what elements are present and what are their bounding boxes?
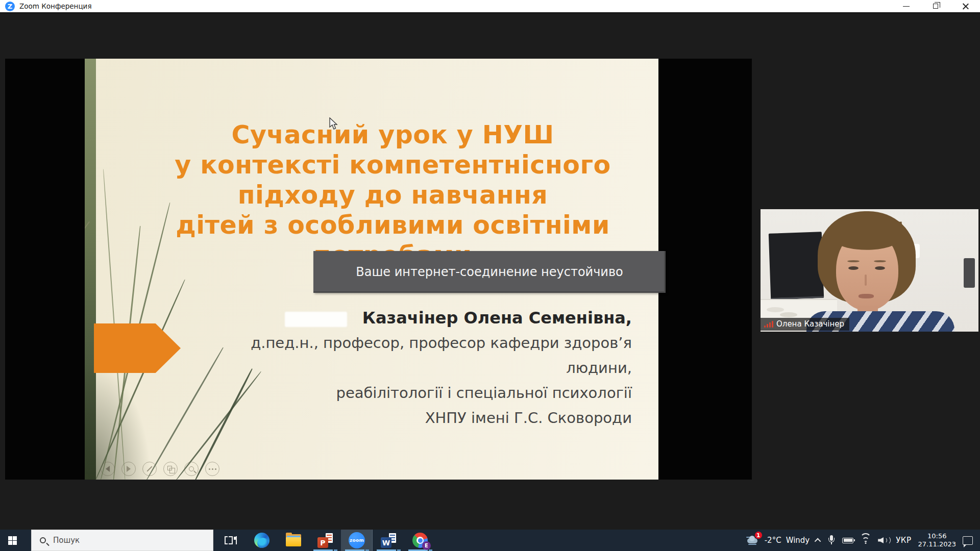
slide-title-line: підходу до навчання [133, 180, 652, 210]
participant-eyebrow [874, 260, 886, 262]
start-button[interactable] [0, 530, 24, 551]
slideshow-toolbar [101, 462, 219, 476]
taskbar-app-powerpoint[interactable]: P [309, 530, 341, 551]
language-indicator[interactable]: УКР [896, 536, 911, 545]
signal-strength-icon [764, 321, 773, 328]
author-university: ХНПУ імені Г.С. Сковороди [193, 406, 632, 431]
taskbar-app-edge[interactable] [246, 530, 278, 551]
previous-icon [103, 466, 110, 472]
taskbar-apps: P zoom W E [246, 530, 436, 551]
file-explorer-icon [286, 534, 301, 546]
slides-grid-icon [167, 466, 172, 470]
participant-video-tile[interactable]: Олена Казачінер [761, 209, 978, 332]
windows-taskbar: P zoom W E 1 -2°C [0, 530, 980, 551]
participant-eye [875, 266, 885, 270]
taskbar-app-zoom[interactable]: zoom [341, 530, 373, 551]
connection-warning-toast: Ваше интернет-соединение неустойчиво [313, 251, 666, 293]
zoom-icon: zoom [349, 532, 365, 548]
search-icon [40, 537, 46, 543]
weather-condition: Windy [786, 536, 810, 545]
close-icon [962, 3, 969, 10]
slide-author-block: Казачінер Олена Семенівна, д.пед.н., про… [193, 306, 632, 431]
zoom-slide-button[interactable] [184, 462, 199, 476]
author-degree: д.пед.н., професор, професор кафедри здо… [193, 331, 632, 381]
volume-icon[interactable] [878, 536, 889, 544]
wifi-icon[interactable] [860, 536, 871, 544]
microphone-icon[interactable] [827, 535, 836, 545]
taskbar-clock[interactable]: 10:56 27.11.2023 [918, 532, 956, 548]
arrow-shape-decoration [94, 323, 181, 373]
connection-warning-text: Ваше интернет-соединение неустойчиво [356, 265, 623, 279]
date: 27.11.2023 [918, 540, 956, 548]
slide-title-line: дітей з особливими освітніми [133, 210, 652, 240]
magnifier-icon [189, 466, 194, 471]
pen-icon [146, 466, 152, 471]
window-title: Zoom Конференция [19, 2, 92, 10]
participant-mouth [859, 294, 874, 298]
background-dishes [767, 307, 784, 312]
participant-eye [848, 266, 859, 270]
participant-nose [865, 274, 867, 286]
notification-badge: 1 [754, 531, 763, 539]
pen-tools-button[interactable] [142, 462, 157, 476]
restore-button[interactable] [921, 0, 950, 12]
meeting-content: Сучасний урок у НУШ у контексті компетен… [0, 13, 980, 530]
ellipsis-icon [209, 468, 210, 470]
weather-icon: 1 [746, 535, 760, 545]
taskbar-search[interactable] [31, 530, 213, 551]
author-department: реабілітології і спеціальної психології [193, 381, 632, 406]
weather-widget[interactable]: 1 -2°C Windy [746, 535, 810, 545]
weather-temperature: -2°C [765, 536, 781, 545]
minimize-icon [903, 6, 910, 7]
mouse-cursor [329, 117, 338, 133]
battery-icon[interactable] [842, 538, 853, 543]
edge-icon [254, 533, 270, 548]
slide-title: Сучасний урок у НУШ у контексті компетен… [133, 120, 652, 270]
chrome-profile-badge: E [422, 541, 431, 550]
slide-title-line: у контексті компетентнісного [133, 150, 652, 180]
task-view-icon-knob [234, 537, 236, 540]
participant-name-tag: Олена Казачінер [761, 318, 849, 331]
task-view-button[interactable] [216, 530, 241, 551]
participant-eyebrow [847, 260, 860, 262]
slide-title-line: Сучасний урок у НУШ [133, 120, 652, 150]
previous-slide-button[interactable] [101, 462, 115, 476]
task-view-icon [225, 536, 233, 544]
close-button[interactable] [950, 0, 980, 12]
window-titlebar: Z Zoom Конференция [0, 0, 980, 13]
action-center-button[interactable] [963, 536, 973, 545]
taskbar-app-file-explorer[interactable] [278, 530, 309, 551]
system-tray: 1 -2°C Windy УКР 10:56 27.11.2023 [746, 530, 980, 551]
participant-name: Олена Казачінер [776, 319, 844, 329]
see-all-slides-button[interactable] [163, 462, 178, 476]
more-options-button[interactable] [205, 462, 219, 476]
restore-icon [933, 4, 938, 9]
next-icon [127, 466, 134, 472]
word-icon: W [381, 533, 396, 548]
next-slide-button[interactable] [121, 462, 136, 476]
author-name: Казачінер Олена Семенівна, [193, 306, 632, 331]
zoom-app-icon: Z [5, 2, 15, 11]
powerpoint-icon: P [317, 533, 333, 548]
minimize-button[interactable] [891, 0, 921, 12]
taskbar-app-word[interactable]: W [373, 530, 404, 551]
taskbar-app-chrome[interactable]: E [404, 530, 436, 551]
background-monitor [769, 232, 824, 300]
show-hidden-icons-button[interactable] [815, 538, 821, 544]
windows-logo-icon [8, 536, 17, 545]
time: 10:56 [918, 532, 956, 540]
chrome-icon: E [412, 533, 428, 548]
background-speaker [964, 258, 975, 288]
search-input[interactable] [53, 536, 196, 545]
